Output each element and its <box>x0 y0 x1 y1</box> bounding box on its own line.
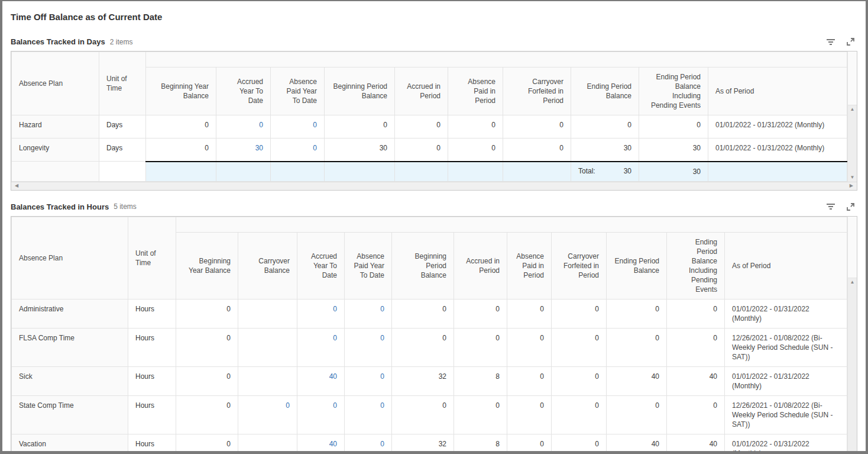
balance-link[interactable]: 0 <box>259 121 263 129</box>
value-cell <box>238 366 297 395</box>
table-row: State Comp Time Hours 0 0 0 0 0 0 0 0 0 <box>12 395 847 434</box>
balance-link[interactable]: 0 <box>380 440 384 448</box>
unit-cell: Hours <box>128 299 176 328</box>
scroll-down-icon[interactable]: ▼ <box>850 175 855 180</box>
as-of-period-cell: 01/01/2022 - 01/31/2022 (Monthly) <box>725 299 847 328</box>
scroll-up-icon[interactable]: ▲ <box>850 280 855 285</box>
balance-link[interactable]: 0 <box>380 305 384 313</box>
column-header-beginning-period-balance: Beginning Period Balance <box>392 232 454 299</box>
balance-link[interactable]: 0 <box>313 144 317 152</box>
column-header-ending-period-balance-pending: Ending Period Balance Including Pending … <box>639 67 708 115</box>
balance-link[interactable]: 0 <box>286 401 290 410</box>
column-header-accrued-year-to-date: Accrued Year To Date <box>297 232 345 299</box>
column-header-absence-paid-year-to-date: Absence Paid Year To Date <box>271 67 325 115</box>
items-count-days: 2 items <box>110 38 133 46</box>
value-cell: 0 <box>552 366 607 395</box>
items-count-hours: 5 items <box>114 202 137 211</box>
scroll-up-icon[interactable]: ▲ <box>850 107 855 112</box>
section-title-days: Balances Tracked in Days <box>11 37 105 46</box>
total-label: Total: <box>578 167 595 176</box>
value-cell: 0 <box>395 139 448 162</box>
unit-cell: Days <box>99 139 146 162</box>
unit-cell: Hours <box>128 366 176 395</box>
balances-hours-section: Balances Tracked in Hours 5 items <box>11 201 857 454</box>
vertical-scrollbar[interactable]: ▲ ▼ <box>847 217 857 454</box>
unit-cell: Hours <box>128 434 176 454</box>
balance-link[interactable]: 30 <box>255 144 263 152</box>
value-cell: 0 <box>176 366 238 395</box>
value-cell: 0 <box>552 434 607 454</box>
balance-link[interactable]: 0 <box>333 401 337 410</box>
balance-link[interactable]: 0 <box>380 334 384 342</box>
as-of-period-cell: 12/26/2021 - 01/08/2022 (Bi-Weekly Perio… <box>725 328 847 366</box>
absence-plan-cell: Administrative <box>12 299 128 328</box>
value-cell: 0 <box>507 434 552 454</box>
vertical-scrollbar[interactable]: ▲ ▼ <box>847 51 857 182</box>
balance-link[interactable]: 0 <box>313 121 317 129</box>
filter-icon <box>826 38 835 46</box>
value-cell: 0 <box>392 328 454 366</box>
value-cell: 40 <box>667 434 725 454</box>
table-row: Administrative Hours 0 0 0 0 0 0 0 0 <box>12 299 847 328</box>
absence-plan-cell: State Comp Time <box>12 395 128 434</box>
column-header-as-of-period: As of Period <box>708 67 847 115</box>
unit-cell: Hours <box>128 328 176 366</box>
value-cell: 30 <box>571 139 639 162</box>
value-cell: 0 <box>454 395 507 434</box>
value-cell <box>238 328 297 366</box>
value-cell: 0 <box>503 139 571 162</box>
scroll-right-icon[interactable]: ▶ <box>850 183 853 189</box>
value-cell: 0 <box>552 299 607 328</box>
column-header-absence-paid-in-period: Absence Paid in Period <box>507 232 552 299</box>
section-title-hours: Balances Tracked in Hours <box>11 202 109 211</box>
column-header-absence-plan: Absence Plan <box>12 217 128 299</box>
value-cell: 0 <box>392 395 454 434</box>
column-header-absence-paid-in-period: Absence Paid in Period <box>448 67 503 115</box>
value-cell: 0 <box>667 299 725 328</box>
unit-cell: Hours <box>128 395 176 434</box>
total-row-unit-cell <box>99 162 146 182</box>
balance-link[interactable]: 40 <box>329 440 337 448</box>
value-cell: 8 <box>454 366 507 395</box>
filter-button[interactable] <box>824 37 838 47</box>
expand-button[interactable] <box>844 201 857 212</box>
value-cell: 8 <box>454 434 507 454</box>
balance-link[interactable]: 0 <box>380 372 384 381</box>
table-row: FLSA Comp Time Hours 0 0 0 0 0 0 0 0 <box>12 328 847 366</box>
column-header-accrued-in-period: Accrued in Period <box>454 232 507 299</box>
as-of-period-cell: 01/01/2022 - 01/31/2022 (Monthly) <box>725 366 847 395</box>
value-cell: 0 <box>507 299 552 328</box>
total-row-plan-cell <box>12 162 99 182</box>
balance-link[interactable]: 0 <box>380 401 384 410</box>
expand-button[interactable] <box>844 36 857 47</box>
column-header-ending-period-balance: Ending Period Balance <box>607 232 667 299</box>
value-cell: 0 <box>667 328 725 366</box>
horizontal-scrollbar[interactable]: ◀ ▶ <box>11 182 857 190</box>
value-cell: 0 <box>639 115 708 139</box>
value-cell: 0 <box>552 395 607 434</box>
unit-cell: Days <box>99 115 146 139</box>
value-cell: 0 <box>607 395 667 434</box>
filter-icon <box>826 202 835 211</box>
column-header-carryover-forfeited-in-period: Carryover Forfeited in Period <box>503 67 571 115</box>
value-cell: 40 <box>607 434 667 454</box>
value-cell: 32 <box>392 434 454 454</box>
value-cell: 40 <box>607 366 667 395</box>
column-header-as-of-period: As of Period <box>725 232 847 299</box>
scroll-left-icon[interactable]: ◀ <box>15 183 18 189</box>
value-cell: 0 <box>667 395 725 434</box>
balances-hours-header: Balances Tracked in Hours 5 items <box>11 201 857 212</box>
value-cell: 0 <box>503 115 571 139</box>
absence-plan-cell: Longevity <box>12 139 99 162</box>
column-header-carryover-forfeited-in-period: Carryover Forfeited in Period <box>552 232 607 299</box>
balance-link[interactable]: 0 <box>333 305 337 313</box>
balances-days-section: Balances Tracked in Days 2 items <box>11 36 857 191</box>
value-cell: 32 <box>392 366 454 395</box>
value-cell <box>238 434 297 454</box>
balance-link[interactable]: 0 <box>333 334 337 342</box>
total-value: 30 <box>624 167 631 176</box>
balance-link[interactable]: 40 <box>329 372 337 381</box>
filter-button[interactable] <box>824 201 838 212</box>
absence-plan-cell: Vacation <box>12 434 128 454</box>
table-row: Vacation Hours 0 40 0 32 8 0 0 40 <box>12 434 847 454</box>
